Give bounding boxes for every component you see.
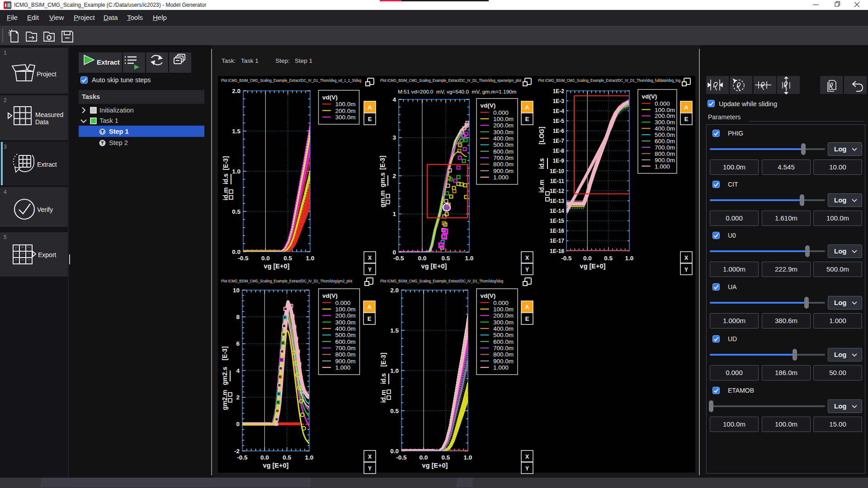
svg-text:X: X	[684, 255, 688, 261]
svg-text:10: 10	[233, 287, 240, 294]
svg-text:gm.m: gm.m	[379, 190, 386, 207]
svg-text:vd(V): vd(V)	[481, 292, 496, 299]
svg-text:500.0m: 500.0m	[493, 332, 514, 338]
svg-text:X: X	[525, 255, 529, 261]
svg-text:900.0m: 900.0m	[335, 358, 356, 365]
svg-text:800.0m: 800.0m	[493, 351, 514, 358]
svg-text:id.m: id.m	[538, 180, 545, 193]
svg-text:300.0m: 300.0m	[493, 129, 514, 136]
svg-text:A: A	[525, 104, 529, 111]
svg-text:1E-12: 1E-12	[550, 188, 564, 194]
svg-text:1.0: 1.0	[306, 255, 315, 262]
svg-text:1.0: 1.0	[465, 255, 474, 262]
svg-text:0: 0	[392, 249, 396, 256]
svg-text:A: A	[368, 104, 372, 111]
svg-text:0.000: 0.000	[655, 100, 670, 107]
svg-text:400.0m: 400.0m	[493, 135, 514, 142]
svg-text:0.0: 0.0	[418, 255, 427, 262]
svg-text:E: E	[525, 116, 529, 122]
svg-text:1E-9: 1E-9	[553, 158, 565, 164]
svg-text:0.0: 0.0	[390, 448, 399, 455]
svg-text:A: A	[525, 304, 529, 310]
svg-text:800.0m: 800.0m	[655, 150, 675, 157]
svg-text:400.0m: 400.0m	[335, 325, 356, 332]
svg-text:1.0: 1.0	[232, 168, 241, 175]
svg-text:1.5: 1.5	[232, 128, 241, 135]
svg-text:E: E	[684, 116, 689, 122]
svg-text:id.s: id.s	[222, 174, 229, 184]
svg-text:0.5: 0.5	[390, 408, 399, 414]
svg-text:A: A	[367, 304, 372, 310]
svg-text:200.0m: 200.0m	[335, 108, 356, 114]
svg-text:1E-13: 1E-13	[550, 198, 564, 204]
svg-text:1.0: 1.0	[625, 255, 634, 262]
svg-text:300.0m: 300.0m	[655, 119, 675, 126]
svg-text:900.0m: 900.0m	[493, 168, 514, 174]
svg-text:100.0m: 100.0m	[655, 107, 675, 113]
svg-text:vg [E+0]: vg [E+0]	[422, 462, 448, 469]
svg-text:800.0m: 800.0m	[335, 351, 356, 358]
svg-text:0.5: 0.5	[232, 208, 241, 215]
svg-text:1E-7: 1E-7	[553, 138, 565, 144]
svg-text:2: 2	[236, 394, 240, 401]
svg-text:700.0m: 700.0m	[335, 345, 356, 352]
svg-text:0.5: 0.5	[283, 255, 292, 262]
svg-text:Plot ICMG_BSIM_CMG_Scaling_Exa: Plot ICMG_BSIM_CMG_Scaling_Example_Extra…	[221, 279, 353, 283]
svg-text:vg [E+0]: vg [E+0]	[580, 263, 606, 270]
svg-text:300.0m: 300.0m	[335, 114, 356, 121]
svg-text:0.5: 0.5	[442, 454, 450, 461]
svg-text:X: X	[525, 454, 529, 460]
svg-text:vd(V): vd(V)	[481, 102, 496, 109]
svg-text:500.0m: 500.0m	[335, 332, 356, 338]
svg-text:100.0m: 100.0m	[493, 116, 514, 122]
svg-text:-0.5: -0.5	[396, 454, 407, 461]
svg-text:600.0m: 600.0m	[655, 138, 675, 145]
svg-text:[E-3]: [E-3]	[221, 346, 228, 360]
svg-text:600.0m: 600.0m	[493, 338, 514, 345]
svg-text:700.0m: 700.0m	[493, 345, 514, 352]
svg-text:1E-6: 1E-6	[553, 128, 565, 134]
svg-text:700.0m: 700.0m	[655, 144, 675, 151]
svg-text:Plot ICMG_BSIM_CMG_Scaling_Exa: Plot ICMG_BSIM_CMG_Scaling_Example_Extra…	[221, 78, 361, 83]
svg-text:1E-15: 1E-15	[550, 218, 564, 224]
svg-text:vg [E+0]: vg [E+0]	[421, 263, 447, 270]
svg-text:E: E	[368, 116, 372, 122]
svg-text:id.m: id.m	[380, 390, 387, 403]
svg-text:1E-17: 1E-17	[550, 238, 564, 244]
svg-text:700.0m: 700.0m	[493, 155, 514, 161]
svg-text:-0.5: -0.5	[393, 255, 404, 262]
svg-text:E: E	[368, 315, 372, 322]
svg-text:-0.5: -0.5	[237, 454, 248, 461]
svg-text:1.000: 1.000	[335, 364, 351, 371]
svg-text:200.0m: 200.0m	[335, 312, 356, 319]
svg-text:Y: Y	[368, 465, 372, 472]
svg-text:0.5: 0.5	[283, 454, 291, 461]
svg-text:1.000: 1.000	[655, 163, 670, 170]
svg-text:900.0m: 900.0m	[493, 358, 514, 365]
svg-text:Y: Y	[525, 267, 529, 273]
svg-text:1E-8: 1E-8	[553, 148, 565, 154]
svg-text:-2: -2	[234, 448, 240, 455]
svg-text:[LOG]: [LOG]	[538, 127, 545, 145]
svg-text:900.0m: 900.0m	[655, 157, 675, 164]
svg-text:Y: Y	[368, 267, 372, 273]
svg-text:1: 1	[392, 211, 396, 217]
svg-text:1.0: 1.0	[390, 367, 399, 374]
svg-text:1E-5: 1E-5	[553, 118, 565, 124]
svg-text:vd(V): vd(V)	[322, 94, 338, 101]
svg-text:200.0m: 200.0m	[655, 113, 675, 119]
svg-text:300.0m: 300.0m	[335, 319, 356, 326]
svg-text:1E-16: 1E-16	[550, 228, 564, 234]
svg-text:800.0m: 800.0m	[493, 161, 514, 168]
svg-text:0.0: 0.0	[232, 249, 241, 255]
svg-text:E: E	[525, 315, 529, 322]
svg-text:X: X	[368, 255, 372, 261]
svg-text:1E-10: 1E-10	[550, 168, 564, 174]
svg-text:X: X	[368, 454, 372, 460]
svg-text:1.0: 1.0	[305, 454, 314, 461]
svg-text:1E-3: 1E-3	[553, 98, 565, 104]
svg-text:2.0: 2.0	[390, 287, 399, 294]
svg-text:vg [E+0]: vg [E+0]	[263, 462, 289, 469]
svg-text:1E-4: 1E-4	[553, 108, 565, 114]
svg-text:200.0m: 200.0m	[493, 312, 514, 319]
